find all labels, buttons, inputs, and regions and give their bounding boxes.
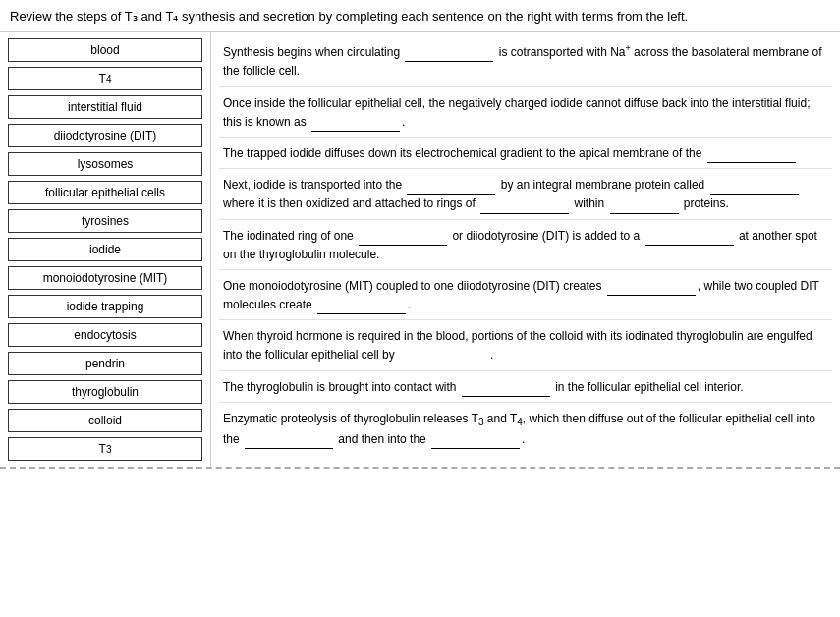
term-iodide-trapping[interactable]: iodide trapping — [8, 295, 202, 318]
blank-9-2[interactable] — [431, 448, 520, 449]
sentence-5: The iodinated ring of one or diiodotyros… — [219, 222, 832, 270]
term-pendrin[interactable]: pendrin — [8, 352, 202, 375]
term-colloid[interactable]: colloid — [8, 409, 202, 432]
term-dit[interactable]: diiodotyrosine (DIT) — [8, 124, 202, 147]
header: Review the steps of T₃ and T₄ synthesis … — [0, 0, 840, 32]
term-mit[interactable]: monoiodotyrosine (MIT) — [8, 266, 202, 290]
blank-4-2[interactable] — [710, 194, 799, 195]
blank-8-1[interactable] — [462, 396, 550, 397]
header-text: Review the steps of T₃ and T₄ synthesis … — [10, 9, 688, 24]
sentence-8: The thyroglobulin is brought into contac… — [219, 373, 832, 403]
blank-3-1[interactable] — [707, 162, 796, 163]
blank-4-3[interactable] — [480, 213, 569, 214]
blank-6-1[interactable] — [607, 295, 696, 296]
blank-6-2[interactable] — [317, 313, 406, 314]
sentence-2: Once inside the follicular epithelial ce… — [219, 89, 832, 138]
sentence-7: When thyroid hormone is required in the … — [219, 322, 832, 370]
term-iodide[interactable]: iodide — [8, 238, 202, 261]
term-lysosomes[interactable]: lysosomes — [8, 152, 202, 176]
term-blood[interactable]: blood — [8, 38, 202, 62]
blank-7-1[interactable] — [400, 365, 488, 365]
blank-5-1[interactable] — [359, 245, 447, 246]
term-t3[interactable]: T3 — [8, 437, 202, 461]
term-t4[interactable]: T4 — [8, 67, 202, 90]
term-follicular-epithelial-cells[interactable]: follicular epithelial cells — [8, 181, 202, 204]
blank-4-1[interactable] — [407, 194, 495, 195]
term-endocytosis[interactable]: endocytosis — [8, 323, 202, 347]
terms-panel: blood T4 interstitial fluid diiodotyrosi… — [0, 32, 211, 467]
sentence-3: The trapped iodide diffuses down its ele… — [219, 140, 832, 169]
term-thyroglobulin[interactable]: thyroglobulin — [8, 380, 202, 404]
main-content: blood T4 interstitial fluid diiodotyrosi… — [0, 32, 840, 469]
blank-5-2[interactable] — [645, 245, 734, 246]
blank-4-4[interactable] — [610, 213, 679, 214]
sentences-panel: Synthesis begins when circulating is cot… — [211, 32, 840, 467]
sentence-4: Next, iodide is transported into the by … — [219, 171, 832, 219]
blank-1-1[interactable] — [405, 61, 493, 62]
term-interstitial-fluid[interactable]: interstitial fluid — [8, 95, 202, 119]
sentence-9: Enzymatic proteolysis of thyroglobulin r… — [219, 405, 832, 455]
sentence-6: One monoiodotyrosine (MIT) coupled to on… — [219, 272, 832, 320]
blank-9-1[interactable] — [245, 448, 333, 449]
sentence-1: Synthesis begins when circulating is cot… — [219, 36, 832, 86]
blank-2-1[interactable] — [311, 131, 400, 132]
term-tyrosines[interactable]: tyrosines — [8, 209, 202, 233]
